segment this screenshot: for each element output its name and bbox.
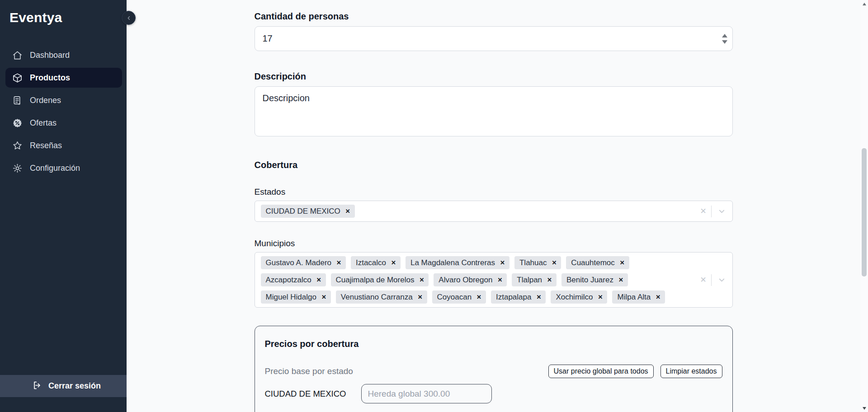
municipio-tag-label: Milpa Alta — [617, 293, 651, 302]
brand-logo: Eventya — [0, 0, 127, 25]
precios-subheading: Precio base por estado — [265, 366, 353, 376]
clear-states-button[interactable]: Limpiar estados — [660, 365, 722, 378]
sidebar-item-label: Dashboard — [30, 51, 70, 60]
estado-tag-label: CIUDAD DE MEXICO — [266, 207, 340, 216]
remove-tag-icon[interactable]: ✕ — [476, 294, 481, 300]
municipio-tag-label: Cuajimalpa de Morelos — [336, 276, 415, 285]
spinner-down-icon[interactable] — [722, 40, 727, 44]
chevron-down-icon[interactable] — [712, 207, 732, 215]
municipio-tag: Iztapalapa ✕ — [491, 290, 546, 304]
select-controls: ✕ — [696, 201, 732, 221]
municipio-tag-label: Gustavo A. Madero — [266, 258, 332, 267]
cantidad-label: Cantidad de personas — [255, 11, 733, 22]
remove-tag-icon[interactable]: ✕ — [618, 277, 623, 283]
municipio-tag-label: Cuauhtemoc — [571, 258, 614, 267]
home-icon — [12, 50, 23, 61]
clear-all-icon[interactable]: ✕ — [696, 206, 711, 216]
municipios-select[interactable]: Gustavo A. Madero ✕ Iztacalco ✕ La Magda… — [255, 252, 733, 308]
discount-badge-icon — [12, 118, 23, 128]
use-global-price-button[interactable]: Usar precio global para todos — [548, 365, 654, 378]
remove-tag-icon[interactable]: ✕ — [497, 277, 502, 283]
remove-tag-icon[interactable]: ✕ — [321, 294, 326, 300]
municipio-tag: Cuauhtemoc ✕ — [566, 256, 629, 269]
sidebar-item-label: Ofertas — [30, 118, 57, 128]
sidebar-item-label: Configuración — [30, 164, 80, 173]
cube-icon — [12, 73, 23, 83]
remove-tag-icon[interactable]: ✕ — [336, 260, 341, 266]
remove-tag-icon[interactable]: ✕ — [500, 260, 505, 266]
cantidad-field — [255, 26, 733, 51]
sidebar-collapse-button[interactable] — [122, 11, 136, 25]
star-icon — [12, 140, 23, 151]
municipio-tag-label: Venustiano Carranza — [341, 293, 413, 302]
sidebar-item-ofertas[interactable]: Ofertas — [5, 113, 122, 133]
municipio-tag: Xochimilco ✕ — [551, 290, 607, 304]
municipio-tag-label: Iztapalapa — [496, 293, 531, 302]
estado-tag: CIUDAD DE MEXICO ✕ — [261, 205, 355, 218]
sidebar: Eventya Dashboard Productos Ordenes — [0, 0, 127, 412]
number-spinner — [722, 34, 727, 44]
municipio-tag-label: Alvaro Obregon — [439, 276, 492, 285]
municipio-tag-label: Benito Juarez — [566, 276, 613, 285]
municipio-tag: Miguel Hidalgo ✕ — [261, 290, 331, 304]
municipio-tag: Milpa Alta ✕ — [612, 290, 665, 304]
sidebar-item-resenas[interactable]: Reseñas — [5, 136, 122, 155]
estado-name: CIUDAD DE MEXICO — [265, 389, 361, 399]
municipio-tag: Alvaro Obregon ✕ — [434, 273, 507, 286]
estados-select[interactable]: CIUDAD DE MEXICO ✕ ✕ — [255, 201, 733, 222]
precio-estado-input[interactable] — [361, 384, 492, 403]
municipios-label: Municipios — [255, 239, 733, 248]
municipio-tag-label: La Magdalena Contreras — [410, 258, 495, 267]
municipio-tag: Azcapotzalco ✕ — [261, 273, 326, 286]
chevron-down-icon[interactable] — [712, 276, 732, 284]
remove-tag-icon[interactable]: ✕ — [419, 277, 424, 283]
sidebar-item-ordenes[interactable]: Ordenes — [5, 90, 122, 110]
municipio-tag: La Magdalena Contreras ✕ — [406, 256, 509, 269]
municipio-tag: Benito Juarez ✕ — [561, 273, 628, 286]
descripcion-textarea[interactable]: Descripcion — [255, 86, 733, 136]
cobertura-heading: Cobertura — [255, 160, 733, 170]
remove-tag-icon[interactable]: ✕ — [656, 294, 660, 300]
municipio-tag-label: Coyoacan — [437, 293, 472, 302]
sidebar-item-label: Productos — [30, 73, 70, 83]
price-row: CIUDAD DE MEXICO — [265, 384, 722, 403]
scroll-down-icon[interactable] — [860, 404, 868, 412]
remove-tag-icon[interactable]: ✕ — [598, 294, 603, 300]
estados-label: Estados — [255, 187, 733, 197]
municipio-tag-label: Tlahuac — [519, 258, 547, 267]
spinner-up-icon[interactable] — [722, 34, 727, 37]
sidebar-item-configuracion[interactable]: Configuración — [5, 158, 122, 178]
sidebar-item-dashboard[interactable]: Dashboard — [5, 45, 122, 65]
municipio-tag-label: Iztacalco — [356, 258, 386, 267]
remove-tag-icon[interactable]: ✕ — [418, 294, 423, 300]
precios-card: Precios por cobertura Precio base por es… — [255, 326, 733, 412]
remove-tag-icon[interactable]: ✕ — [391, 260, 396, 266]
vertical-scrollbar[interactable] — [860, 0, 868, 412]
clear-all-icon[interactable]: ✕ — [696, 275, 711, 285]
sidebar-item-label: Ordenes — [30, 96, 61, 105]
remove-tag-icon[interactable]: ✕ — [620, 260, 625, 266]
municipio-tag: Venustiano Carranza ✕ — [336, 290, 427, 304]
sidebar-item-productos[interactable]: Productos — [5, 68, 122, 88]
price-rows: CIUDAD DE MEXICO — [265, 384, 722, 403]
logout-label: Cerrar sesión — [48, 381, 101, 391]
municipio-tag: Tlalpan ✕ — [512, 273, 557, 286]
municipio-tag-label: Azcapotzalco — [266, 276, 311, 285]
logout-icon — [32, 380, 42, 392]
scrollbar-thumb[interactable] — [862, 148, 867, 276]
remove-tag-icon[interactable]: ✕ — [552, 260, 557, 266]
scroll-up-icon[interactable] — [860, 0, 868, 8]
municipio-tag-label: Miguel Hidalgo — [266, 293, 316, 302]
select-controls: ✕ — [696, 253, 732, 307]
gear-icon — [12, 163, 23, 173]
remove-tag-icon[interactable]: ✕ — [547, 277, 552, 283]
remove-tag-icon[interactable]: ✕ — [316, 277, 321, 283]
remove-tag-icon[interactable]: ✕ — [345, 208, 350, 214]
remove-tag-icon[interactable]: ✕ — [536, 294, 541, 300]
logout-button[interactable]: Cerrar sesión — [0, 375, 127, 397]
sidebar-item-label: Reseñas — [30, 141, 62, 150]
municipio-tag: Tlahuac ✕ — [514, 256, 561, 269]
municipio-tag-label: Tlalpan — [517, 276, 542, 285]
cantidad-input[interactable] — [255, 27, 732, 51]
precios-heading: Precios por cobertura — [265, 339, 722, 349]
